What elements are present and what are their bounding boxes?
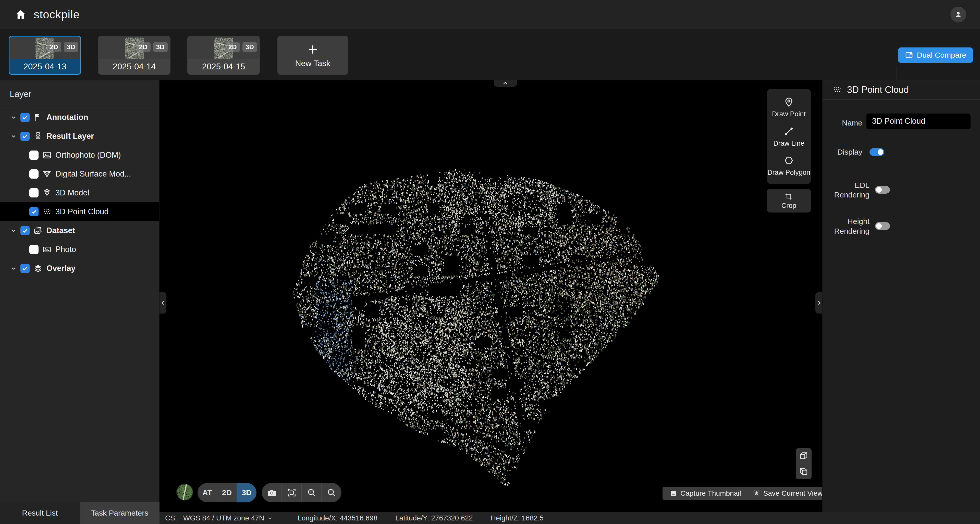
layer-checkbox[interactable] [29,169,38,179]
zoom-in-icon [307,487,317,498]
mode-2d-button[interactable]: 2D [217,483,237,502]
dual-compare-label: Dual Compare [917,51,966,59]
collapse-right-button[interactable] [815,292,822,314]
dual-compare-button[interactable]: Dual Compare [898,48,973,63]
layer-checkbox[interactable] [21,113,30,122]
collapse-left-button[interactable] [159,292,166,314]
flag-icon [33,113,43,122]
3d-badge[interactable]: 3D [242,42,257,52]
height-rendering-label: Height Rendering [822,217,870,236]
orthographic-cube-icon[interactable] [799,467,809,477]
mode-at-button[interactable]: AT [197,483,217,502]
layer-label: Digital Surface Mod... [56,169,131,179]
chevron-down-icon[interactable] [10,133,17,140]
task-card[interactable]: 2D3D2025-04-14 [98,36,170,75]
layer-tree-item-photo[interactable]: Photo [0,240,159,259]
layer-panel-title: Layer [0,80,159,105]
new-task-button[interactable]: + New Task [277,36,348,75]
toggle-knob [876,187,882,193]
draw-tool-label: Draw Point [772,110,806,118]
minimap-thumbnail[interactable] [177,484,193,500]
screenshot-button[interactable] [262,483,282,502]
chevron-down-icon [267,515,273,521]
properties-panel: 3D Point Cloud Name Display EDL Renderin… [822,80,980,512]
layer-tree-item-3d-point-cloud[interactable]: 3D Point Cloud [0,202,159,221]
toggle-knob [876,223,882,229]
dsm-icon [42,169,52,179]
perspective-cube-icon[interactable] [799,451,809,461]
layer-checkbox[interactable] [21,226,30,235]
mode-3d-button[interactable]: 3D [237,483,256,502]
name-input[interactable] [866,114,970,129]
crop-button[interactable]: Crop [767,189,811,213]
medal-icon [33,132,43,141]
draw-line-button[interactable]: Draw Line [773,126,804,148]
camera-icon [267,487,277,498]
height-rendering-toggle[interactable] [875,222,890,230]
layer-tree-item-dataset[interactable]: Dataset [0,221,159,240]
save-current-view-button[interactable]: Save Current View [747,487,822,500]
home-icon[interactable] [15,9,27,21]
edl-rendering-toggle[interactable] [875,186,890,194]
dual-compare-icon [905,51,913,59]
layer-tree-item-orthophoto-dom[interactable]: Orthophoto (DOM) [0,146,159,165]
layer-checkbox[interactable] [29,151,38,160]
layer-label: Orthophoto (DOM) [56,151,121,160]
draw-tools-panel: Draw PointDraw LineDraw Polygon [767,89,811,184]
viewport: Draw PointDraw LineDraw Polygon Crop AT2… [159,80,822,512]
chevron-down-icon[interactable] [10,227,17,234]
collapse-top-button[interactable] [494,80,517,87]
chevron-down-icon[interactable] [10,265,17,272]
layer-tree-item-overlay[interactable]: Overlay [0,259,159,278]
layer-checkbox[interactable] [29,188,38,197]
2d-badge[interactable]: 2D [47,42,61,52]
view-actions-bar: Capture Thumbnail Save Current View [662,487,822,500]
user-avatar[interactable] [950,6,966,22]
3d-badge[interactable]: 3D [64,42,78,52]
layer-checkbox[interactable] [21,264,30,273]
task-card[interactable]: 2D3D2025-04-13 [9,36,81,75]
layers-icon [33,264,43,273]
longitude-readout: Longitude/X: 443516.698 [298,514,377,522]
layer-tree-item-3d-model[interactable]: 3D Model [0,183,159,202]
task-card[interactable]: 2D3D2025-04-15 [187,36,260,75]
zoom-in-button[interactable] [302,483,321,502]
layer-checkbox[interactable] [29,245,38,254]
latitude-readout: Latitude/Y: 2767320.622 [395,514,473,522]
user-icon [954,10,963,19]
layer-tree-item-result-layer[interactable]: Result Layer [0,127,159,146]
pin-icon [783,97,794,108]
capture-thumbnail-button[interactable]: Capture Thumbnail [664,487,747,500]
draw-point-button[interactable]: Draw Point [772,97,806,118]
point-cloud-icon [832,85,842,95]
draw-polygon-button[interactable]: Draw Polygon [767,155,810,176]
2d-badge[interactable]: 2D [225,42,240,52]
zoom-out-button[interactable] [321,483,342,502]
fit-view-icon [286,487,297,498]
layer-label: Result Layer [46,132,94,141]
polygon-icon [783,155,794,166]
task-badges: 2D3D [136,42,168,52]
edl-rendering-label: EDL Rendering [822,180,870,200]
layer-checkbox[interactable] [29,207,38,216]
line-icon [783,126,794,137]
properties-title: 3D Point Cloud [847,84,909,95]
image-icon [670,489,677,497]
viewport-canvas[interactable] [159,80,822,512]
coordinate-system-select[interactable]: CS: WGS 84 / UTM zone 47N [165,514,273,522]
tab-task-parameters[interactable]: Task Parameters [80,502,160,524]
3d-badge[interactable]: 3D [153,42,168,52]
fit-view-button[interactable] [282,483,302,502]
crop-icon [784,192,794,201]
task-date: 2025-04-13 [10,59,80,74]
layer-checkbox[interactable] [21,132,30,141]
status-bar: CS: WGS 84 / UTM zone 47N Longitude/X: 4… [159,512,980,524]
chevron-down-icon[interactable] [10,114,17,121]
layer-tree-item-digital-surface-mod[interactable]: Digital Surface Mod... [0,165,159,183]
layer-tree-item-annotation[interactable]: Annotation [0,108,159,127]
layer-tree: AnnotationResult LayerOrthophoto (DOM)Di… [0,108,159,278]
chevron-right-icon [816,300,822,306]
display-toggle[interactable] [870,148,884,156]
tab-result-list[interactable]: Result List [0,502,80,524]
2d-badge[interactable]: 2D [136,42,151,52]
